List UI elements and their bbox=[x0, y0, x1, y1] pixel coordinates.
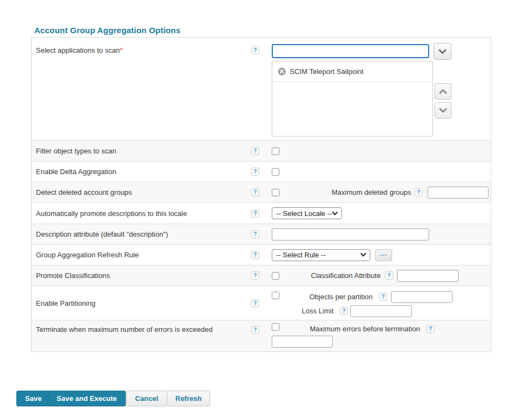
page-title: Account Group Aggregation Options bbox=[34, 26, 181, 35]
maximum-errors-input[interactable] bbox=[272, 336, 333, 348]
chevron-down-icon bbox=[438, 49, 447, 54]
delta-aggregation-label: Enable Delta Aggregation bbox=[36, 168, 116, 176]
row-promote-classifications: Promote Classifications ? Classification… bbox=[32, 265, 491, 286]
help-icon[interactable]: ? bbox=[340, 307, 348, 315]
required-asterisk: * bbox=[120, 46, 123, 54]
delta-aggregation-checkbox[interactable] bbox=[272, 168, 279, 176]
remove-icon[interactable] bbox=[278, 67, 286, 76]
account-group-aggregation-page: Account Group Aggregation Options Select… bbox=[0, 0, 519, 420]
detect-deleted-groups-label: Detect deleted account groups bbox=[36, 188, 132, 196]
applications-dropdown-button[interactable] bbox=[433, 43, 451, 60]
objects-per-partition-input[interactable] bbox=[391, 291, 453, 303]
selected-application-item[interactable]: SCIM Teleport Sailpoint bbox=[272, 61, 432, 82]
selected-application-label: SCIM Teleport Sailpoint bbox=[290, 67, 364, 76]
filter-object-types-checkbox[interactable] bbox=[272, 147, 279, 155]
detect-deleted-groups-checkbox[interactable] bbox=[272, 189, 279, 196]
cancel-button[interactable]: Cancel bbox=[126, 391, 167, 406]
row-delta-aggregation: Enable Delta Aggregation ? bbox=[32, 162, 491, 182]
terminate-on-errors-checkbox[interactable] bbox=[272, 323, 279, 331]
save-button[interactable]: Save bbox=[16, 391, 50, 406]
loss-limit-label: Loss Limit bbox=[302, 307, 334, 315]
locale-select-value: -- Select Locale -- bbox=[276, 209, 332, 218]
maximum-deleted-groups-input[interactable] bbox=[428, 187, 489, 199]
select-applications-label: Select applications to scan* bbox=[36, 46, 123, 54]
chevron-up-icon bbox=[439, 89, 447, 94]
enable-partitioning-checkbox[interactable] bbox=[272, 292, 279, 299]
move-up-button[interactable] bbox=[435, 83, 451, 100]
description-attribute-input[interactable] bbox=[272, 228, 429, 240]
help-icon[interactable]: ? bbox=[251, 326, 259, 334]
row-refresh-rule: Group Aggregation Refresh Rule ? -- Sele… bbox=[32, 245, 491, 265]
help-icon[interactable]: ? bbox=[251, 46, 259, 54]
help-icon[interactable]: ? bbox=[251, 271, 259, 280]
help-icon[interactable]: ? bbox=[251, 251, 259, 259]
row-detect-deleted-groups: Detect deleted account groups ? Maximum … bbox=[32, 182, 491, 203]
help-icon[interactable]: ? bbox=[414, 188, 423, 196]
refresh-rule-select-value: -- Select Rule -- bbox=[276, 251, 326, 259]
refresh-rule-select[interactable]: -- Select Rule -- bbox=[272, 249, 370, 261]
chevron-down-icon bbox=[332, 212, 338, 215]
objects-per-partition-label: Objects per partition bbox=[309, 293, 373, 301]
classification-attribute-label: Classification Attribute bbox=[311, 271, 381, 280]
applications-combobox-input[interactable] bbox=[272, 44, 429, 58]
promote-locale-label: Automatically promote descriptions to th… bbox=[36, 209, 187, 218]
row-description-attribute: Description attribute (default "descript… bbox=[32, 224, 491, 245]
loss-limit-input[interactable] bbox=[350, 305, 412, 317]
move-down-button[interactable] bbox=[435, 102, 451, 119]
terminate-on-errors-label: Terminate when maximum number of errors … bbox=[36, 325, 212, 333]
locale-select[interactable]: -- Select Locale -- bbox=[272, 207, 342, 219]
chevron-down-icon bbox=[361, 253, 366, 257]
row-enable-partitioning: Enable Partitioning ? Objects per partit… bbox=[32, 286, 491, 320]
help-icon[interactable]: ? bbox=[251, 209, 259, 218]
options-table: Select applications to scan* ? SCIM Tele… bbox=[31, 37, 491, 352]
save-and-execute-button[interactable]: Save and Execute bbox=[48, 391, 126, 406]
help-icon[interactable]: ? bbox=[379, 293, 387, 301]
help-icon[interactable]: ? bbox=[251, 168, 259, 176]
maximum-deleted-groups-label: Maximum deleted groups bbox=[332, 188, 411, 196]
promote-classifications-checkbox[interactable] bbox=[272, 272, 279, 280]
help-icon[interactable]: ? bbox=[251, 188, 259, 196]
browse-rule-button[interactable]: ... bbox=[375, 249, 392, 261]
filter-object-types-label: Filter object types to scan bbox=[36, 147, 116, 155]
chevron-down-icon bbox=[439, 108, 447, 113]
description-attribute-label: Description attribute (default "descript… bbox=[36, 230, 168, 238]
classification-attribute-input[interactable] bbox=[397, 270, 459, 282]
row-select-applications: Select applications to scan* ? SCIM Tele… bbox=[32, 38, 491, 141]
refresh-button[interactable]: Refresh bbox=[167, 391, 210, 406]
selected-applications-list: SCIM Teleport Sailpoint bbox=[272, 61, 433, 137]
help-icon[interactable]: ? bbox=[426, 325, 435, 333]
refresh-rule-label: Group Aggregation Refresh Rule bbox=[36, 251, 139, 259]
enable-partitioning-label: Enable Partitioning bbox=[36, 299, 95, 307]
promote-classifications-label: Promote Classifications bbox=[36, 271, 110, 280]
row-filter-object-types: Filter object types to scan ? bbox=[32, 141, 491, 162]
help-icon[interactable]: ? bbox=[251, 230, 259, 238]
help-icon[interactable]: ? bbox=[251, 299, 259, 307]
row-terminate-on-errors: Terminate when maximum number of errors … bbox=[32, 320, 491, 351]
help-icon[interactable]: ? bbox=[251, 147, 259, 155]
maximum-errors-label: Maximum errors before termination bbox=[310, 325, 420, 333]
help-icon[interactable]: ? bbox=[385, 271, 393, 280]
row-promote-locale: Automatically promote descriptions to th… bbox=[32, 203, 491, 224]
